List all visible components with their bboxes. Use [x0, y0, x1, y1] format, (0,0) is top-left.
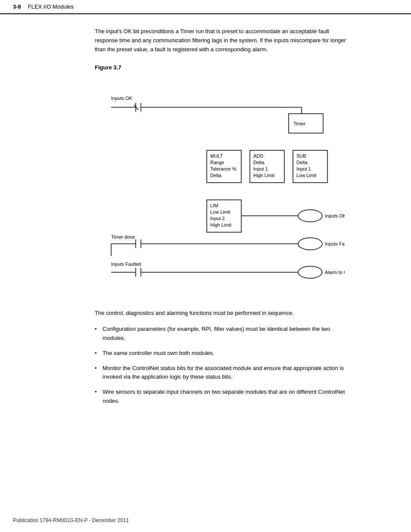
content-area: The input's OK bit preconditions a Timer… — [0, 14, 411, 425]
bullet-item-3: Monitor the ControlNet status bits for t… — [95, 364, 349, 382]
footer: Publication 1794-RM001G-EN-P - December … — [13, 517, 129, 523]
lim-label: LIM — [210, 203, 218, 208]
lim-lowlimit: Low Limit — [210, 209, 230, 215]
timer-done-label: Timer done — [111, 234, 135, 240]
add-delta: Delta — [253, 160, 265, 165]
intro-paragraph: The input's OK bit preconditions a Timer… — [95, 27, 353, 54]
lim-highlimit: High Limit — [210, 222, 231, 227]
diagram-svg: Inputs OK Timer MULT Range Tol — [95, 75, 345, 256]
mult-tolerance: Tolerance % — [210, 166, 237, 171]
sub-lowlimit: Low Limit — [296, 173, 316, 178]
diagram-container: Inputs OK Timer MULT Range Tol — [95, 75, 345, 296]
add-highlimit: High Limit — [253, 173, 274, 178]
page-number: 3-8 — [13, 3, 21, 10]
bullet-item-4: Wire sensors to separate input channels … — [95, 388, 349, 406]
figure-label: Figure 3.7 — [95, 64, 398, 71]
lim-input2: Input 2 — [210, 216, 225, 221]
inputs-ok-label: Inputs OK — [111, 96, 133, 101]
bullet-item-1: Configuration parameters (for example, R… — [95, 325, 349, 343]
inputs-ok-output-circle — [298, 210, 322, 222]
diagram-svg-2: Inputs Faulted Alarm to Operator — [95, 253, 345, 296]
inputs-faulted-output-label: Inputs Faulted — [325, 241, 345, 246]
header-title: FLEX I/O Modules — [28, 3, 74, 10]
inputs-faulted-in-label: Inputs Faulted — [111, 261, 141, 267]
add-input1: Input 1 — [253, 166, 268, 171]
bullet-item-2: The same controller must own both module… — [95, 349, 349, 358]
bullet-list: Configuration parameters (for example, R… — [95, 325, 349, 406]
timer-label: Timer — [293, 121, 305, 126]
sub-label: SUB — [296, 153, 306, 159]
mult-range: Range — [210, 160, 224, 165]
alarm-operator-circle — [298, 266, 322, 278]
mult-delta: Delta — [210, 173, 222, 178]
mult-label: MULT — [210, 153, 223, 159]
alarm-operator-label: Alarm to Operator — [325, 270, 345, 275]
sub-delta: Delta — [296, 160, 308, 165]
inputs-ok-output-label: Inputs OK — [325, 213, 345, 218]
add-label: ADD — [253, 153, 263, 159]
page-container: 3-8 FLEX I/O Modules The input's OK bit … — [0, 0, 411, 532]
inputs-faulted-output-circle — [298, 238, 322, 250]
sub-input1: Input 1 — [296, 166, 311, 171]
body-text: The control, diagnostics and alarming fu… — [95, 309, 353, 318]
header-bar: 3-8 FLEX I/O Modules — [0, 0, 411, 14]
